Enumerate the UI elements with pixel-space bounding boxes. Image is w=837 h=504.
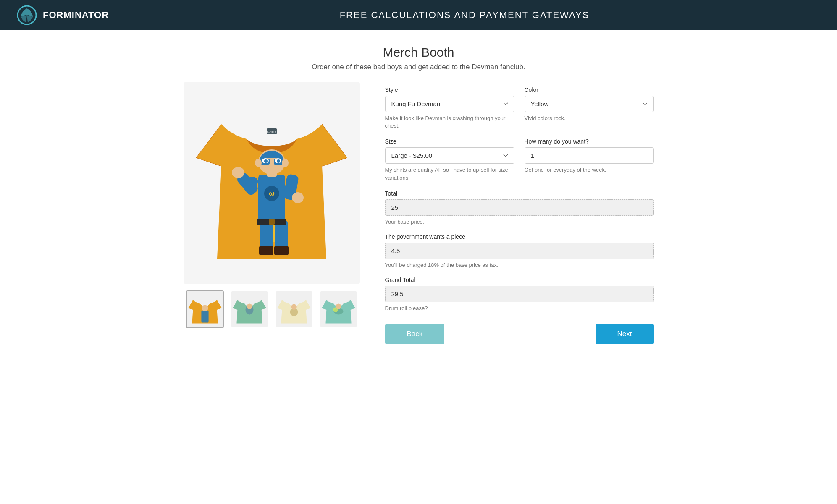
total-hint: Your base price. [385,218,654,226]
main-product-image: ω [184,82,360,284]
thumbnail-mint[interactable] [320,290,357,328]
color-label: Color [525,86,654,93]
style-group: Style Kung Fu Devman Classic Devman Yoga… [385,86,514,130]
svg-point-23 [264,159,268,163]
svg-rect-4 [275,221,288,250]
total-label: Total [385,190,654,197]
product-section: ω [184,82,360,344]
page-title-area: Merch Booth Order one of these bad boys … [0,30,837,78]
svg-rect-6 [274,246,289,255]
forminator-logo-icon [17,5,37,25]
grand-total-label: Grand Total [385,277,654,283]
page-title: Merch Booth [8,45,829,60]
tax-value: 4.5 [385,243,654,259]
brand-name: FORMINATOR [43,10,109,21]
svg-point-33 [247,304,252,309]
back-button[interactable]: Back [385,324,445,344]
total-section: Total 25 Your base price. [385,190,654,226]
quantity-input[interactable]: 1 [525,147,654,164]
svg-text:Kung Fu: Kung Fu [267,131,276,133]
style-color-row: Style Kung Fu Devman Classic Devman Yoga… [385,86,654,130]
main-content: ω [167,78,671,361]
svg-text:ω: ω [269,190,275,197]
quantity-group: How many do you want? 1 Get one for ever… [525,138,654,181]
svg-point-14 [232,167,244,178]
color-group: Color Yellow Green Cream Mint Vivid colo… [525,86,654,130]
quantity-hint: Get one for everyday of the week. [525,166,654,174]
svg-point-31 [202,305,208,311]
svg-point-24 [277,159,280,163]
tax-section: The government wants a piece 4.5 You'll … [385,233,654,269]
style-hint: Make it look like Devman is crashing thr… [385,115,514,130]
svg-rect-5 [259,246,273,255]
logo-area: FORMINATOR [17,5,109,25]
grand-total-section: Grand Total 29.5 Drum roll please? [385,277,654,312]
svg-rect-9 [269,219,275,225]
next-button[interactable]: Next [596,324,654,344]
size-hint: My shirts are quality AF so I have to up… [385,166,514,181]
tax-label: The government wants a piece [385,233,654,240]
tax-hint: You'll be charged 18% of the base price … [385,261,654,269]
button-row: Back Next [385,324,654,344]
svg-rect-30 [201,311,208,323]
grand-total-hint: Drum roll please? [385,305,654,312]
size-group: Size Small - $20.00 Medium - $22.00 Larg… [385,138,514,181]
size-quantity-row: Size Small - $20.00 Medium - $22.00 Larg… [385,138,654,181]
thumbnail-yellow[interactable] [186,290,224,328]
total-value: 25 [385,199,654,216]
thumbnail-green[interactable] [231,290,268,328]
svg-rect-3 [260,221,273,250]
svg-point-35 [291,304,296,310]
app-header: FORMINATOR FREE CALCULATIONS AND PAYMENT… [0,0,837,30]
style-label: Style [385,86,514,93]
tshirt-svg: ω [196,91,347,275]
quantity-label: How many do you want? [525,138,654,145]
svg-point-26 [282,159,289,167]
color-hint: Vivid colors rock. [525,115,654,122]
header-tagline: FREE CALCULATIONS AND PAYMENT GATEWAYS [109,10,820,21]
thumbnail-list [184,290,360,328]
grand-total-value: 29.5 [385,286,654,302]
page-subtitle: Order one of these bad boys and get adde… [8,63,829,71]
style-select[interactable]: Kung Fu Devman Classic Devman Yoga Devma… [385,96,514,112]
svg-point-25 [255,159,262,167]
form-section: Style Kung Fu Devman Classic Devman Yoga… [385,82,654,344]
svg-point-38 [336,304,341,309]
size-select[interactable]: Small - $20.00 Medium - $22.00 Large - $… [385,147,514,164]
color-select[interactable]: Yellow Green Cream Mint [525,96,654,112]
size-label: Size [385,138,514,145]
svg-point-16 [292,192,304,203]
thumbnail-cream[interactable] [275,290,313,328]
